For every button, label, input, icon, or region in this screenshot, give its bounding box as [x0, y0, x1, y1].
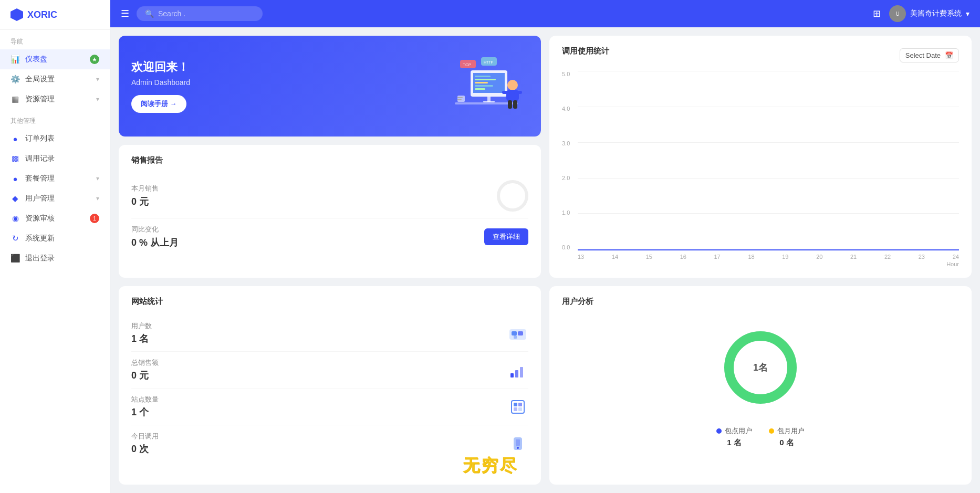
search-container: 🔍	[137, 6, 263, 21]
x-label-21: 21	[850, 254, 857, 260]
legend-dot-1	[716, 428, 722, 434]
sidebar-item-dashboard[interactable]: 📊 仪表盘 ★	[0, 49, 110, 69]
svg-rect-22	[457, 99, 462, 100]
x-label-18: 18	[748, 254, 754, 260]
sales-icon	[507, 360, 528, 381]
svg-rect-6	[475, 88, 485, 90]
sidebar-item-package-mgmt[interactable]: ● 套餐管理 ▾	[0, 169, 110, 188]
svg-rect-27	[510, 373, 514, 377]
user-analysis-card: 用户分析 1名 包点用户 1 名	[549, 286, 972, 485]
sidebar-item-order-list[interactable]: ● 订单列表	[0, 129, 110, 149]
welcome-title: 欢迎回来！	[131, 59, 190, 75]
sidebar-item-global-settings[interactable]: ⚙️ 全局设置 ▾	[0, 69, 110, 89]
svg-rect-5	[475, 85, 493, 87]
svg-rect-8	[483, 101, 495, 102]
logo: XORIC	[0, 0, 110, 30]
analysis-header: 用户分析	[562, 297, 959, 315]
stat-label-users: 用户数	[131, 321, 152, 331]
legend-item-baoyue: 包月用户 0 名	[769, 426, 805, 448]
x-label-22: 22	[884, 254, 891, 260]
monthly-sales-row: 本月销售 0 元	[131, 174, 528, 218]
y-label-3: 3.0	[562, 140, 570, 146]
sidebar-item-usage-log[interactable]: ▩ 调用记录	[0, 149, 110, 169]
donut-chart: 1名	[718, 326, 802, 410]
sidebar-item-resource-audit[interactable]: ◉ 资源审核 1	[0, 208, 110, 228]
yoy-value: 0 % 从上月	[131, 236, 179, 249]
chart-title: 调用使用统计	[562, 46, 609, 56]
sidebar-item-logout[interactable]: ⬛ 退出登录	[0, 248, 110, 268]
usage-log-icon: ▩	[11, 154, 20, 163]
svg-rect-31	[514, 403, 517, 406]
logo-text: XORIC	[27, 9, 57, 20]
y-label-5: 5.0	[562, 71, 570, 77]
website-stats-card: 网站统计 用户数 1 名 总销售额 0 元	[119, 286, 541, 485]
calendar-icon: 📅	[945, 51, 953, 59]
detail-button[interactable]: 查看详细	[484, 228, 528, 245]
sidebar-label-resource-mgmt: 资源管理	[25, 95, 55, 104]
y-label-1: 1.0	[562, 209, 570, 216]
search-input[interactable]	[158, 9, 253, 18]
chevron-down-icon: ▾	[96, 76, 99, 83]
y-label-2: 2.0	[562, 175, 570, 181]
avatar: U	[889, 5, 906, 22]
svg-rect-26	[514, 335, 517, 339]
resource-mgmt-icon: ▦	[11, 95, 20, 104]
donut-center-label: 1名	[753, 361, 768, 374]
y-label-4: 4.0	[562, 106, 570, 112]
sidebar-label-global-settings: 全局设置	[25, 75, 55, 84]
date-picker-label: Select Date	[905, 51, 941, 59]
read-manual-button[interactable]: 阅读手册 →	[131, 95, 186, 113]
monthly-sales-label: 本月销售	[131, 184, 159, 193]
sidebar-toggle-button[interactable]: ☰	[121, 8, 129, 19]
svg-rect-33	[514, 407, 517, 411]
sidebar-item-resource-mgmt[interactable]: ▦ 资源管理 ▾	[0, 89, 110, 109]
svg-rect-13	[514, 91, 522, 94]
chevron-icon-3: ▾	[96, 175, 99, 182]
x-label-24: 24	[953, 254, 959, 260]
stat-row-sites: 站点数量 1 个	[131, 389, 528, 425]
usage-chart-card: 调用使用统计 Select Date 📅 0.0 1.0 2.0 3.0 4.0…	[549, 36, 972, 278]
legend-label-1: 包点用户	[725, 426, 752, 436]
welcome-text: 欢迎回来！ Admin Dashboard 阅读手册 →	[131, 59, 190, 113]
svg-rect-4	[475, 82, 488, 83]
sidebar-label-order-list: 订单列表	[25, 134, 55, 143]
svg-rect-2	[475, 76, 491, 77]
sidebar-item-user-mgmt[interactable]: ◆ 用户管理 ▾	[0, 188, 110, 208]
svg-point-37	[517, 447, 519, 449]
x-label-15: 15	[646, 254, 652, 260]
date-picker[interactable]: Select Date 📅	[900, 48, 959, 62]
stat-value-sales: 0 元	[131, 369, 159, 382]
legend-dot-2	[769, 428, 774, 434]
legend-item-baodian: 包点用户 1 名	[716, 426, 752, 448]
resource-audit-badge: 1	[90, 214, 99, 223]
chevron-icon-4: ▾	[96, 195, 99, 202]
svg-rect-21	[457, 97, 463, 98]
sidebar-label-logout: 退出登录	[25, 254, 55, 263]
yoy-row: 同比变化 0 % 从上月 查看详细	[131, 218, 528, 255]
chart-header: 调用使用统计 Select Date 📅	[562, 46, 959, 65]
legend-count-2: 0 名	[779, 438, 794, 448]
svg-rect-25	[518, 331, 523, 335]
sites-icon	[507, 396, 528, 417]
legend-label-2: 包月用户	[777, 426, 805, 436]
user-menu[interactable]: U 美酱奇计费系统 ▾	[889, 5, 969, 22]
welcome-subtitle: Admin Dashboard	[131, 78, 190, 87]
svg-rect-29	[520, 367, 523, 377]
legend-dot-row-2: 包月用户	[769, 426, 805, 436]
svg-text:HTTP: HTTP	[484, 60, 494, 64]
sidebar-label-package-mgmt: 套餐管理	[25, 174, 55, 183]
svg-rect-15	[513, 100, 517, 109]
filter-icon[interactable]: ⊞	[873, 8, 881, 19]
svg-point-10	[507, 80, 518, 90]
welcome-card: 欢迎回来！ Admin Dashboard 阅读手册 →	[119, 36, 541, 137]
sales-donut	[497, 180, 528, 212]
svg-rect-20	[457, 96, 465, 102]
main-content: ☰ 🔍 ⊞ U 美酱奇计费系统 ▾ 欢迎回来！ Admin Dashboard …	[110, 0, 980, 493]
sidebar-item-system-update[interactable]: ↻ 系统更新	[0, 228, 110, 248]
sidebar-label-dashboard: 仪表盘	[25, 55, 47, 64]
chart-y-axis: 0.0 1.0 2.0 3.0 4.0 5.0	[562, 71, 570, 250]
svg-rect-28	[515, 370, 518, 377]
yoy-label: 同比变化	[131, 225, 179, 234]
stat-row-users: 用户数 1 名	[131, 315, 528, 352]
sidebar-label-system-update: 系统更新	[25, 234, 55, 243]
